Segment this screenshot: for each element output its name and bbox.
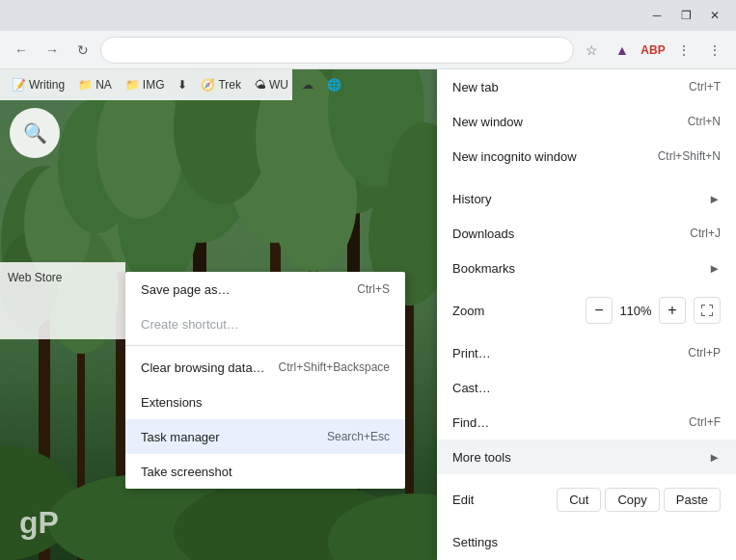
settings-item[interactable]: Settings bbox=[437, 524, 736, 559]
bookmarks-item[interactable]: Bookmarks ► bbox=[437, 251, 736, 285]
close-button[interactable]: ✕ bbox=[701, 2, 728, 29]
bookmark-writing[interactable]: 📝 Writing bbox=[8, 76, 68, 93]
new-window-item[interactable]: New window Ctrl+N bbox=[437, 104, 736, 139]
copy-button[interactable]: Copy bbox=[605, 488, 659, 512]
clear-browsing-item[interactable]: Clear browsing data… Ctrl+Shift+Backspac… bbox=[125, 350, 405, 385]
forward-button[interactable]: → bbox=[39, 37, 66, 64]
extension-icon-1[interactable]: ABP bbox=[640, 37, 667, 64]
download-icon: ⬇ bbox=[177, 78, 187, 92]
extensions-menu-icon[interactable]: ⋮ bbox=[670, 37, 697, 64]
zoom-value: 110% bbox=[613, 304, 659, 318]
find-item[interactable]: Find… Ctrl+F bbox=[437, 405, 736, 440]
bookmark-na[interactable]: 📁 NA bbox=[74, 76, 116, 93]
bookmark-img[interactable]: 📁 IMG bbox=[122, 76, 169, 93]
new-incognito-item[interactable]: New incognito window Ctrl+Shift+N bbox=[437, 139, 736, 173]
pocket-icon[interactable]: ▲ bbox=[609, 37, 636, 64]
task-manager-item[interactable]: Task manager Search+Esc bbox=[125, 419, 405, 454]
history-item[interactable]: History ► bbox=[437, 181, 736, 216]
cast-item[interactable]: Cast… bbox=[437, 370, 736, 405]
submenu-divider-1 bbox=[125, 345, 405, 346]
history-arrow-icon: ► bbox=[708, 192, 721, 206]
downloads-item[interactable]: Downloads Ctrl+J bbox=[437, 216, 736, 251]
cloud-icon: ☁ bbox=[302, 78, 313, 92]
bookmarks-bar: 📝 Writing 📁 NA 📁 IMG ⬇ 🧭 Trek 🌤 WU ☁ 🌐 bbox=[0, 69, 292, 100]
back-button[interactable]: ← bbox=[8, 37, 35, 64]
bookmark-wu[interactable]: 🌤 WU bbox=[251, 76, 292, 93]
take-screenshot-item[interactable]: Take screenshot bbox=[125, 454, 405, 489]
restore-button[interactable]: ❐ bbox=[672, 2, 699, 29]
gp-logo: gP bbox=[19, 505, 59, 541]
bookmark-trek[interactable]: 🧭 Trek bbox=[197, 76, 245, 93]
folder-icon-na: 📁 bbox=[78, 78, 93, 92]
refresh-button[interactable]: ↻ bbox=[69, 37, 96, 64]
create-shortcut-item[interactable]: Create shortcut… bbox=[125, 307, 405, 341]
browser-toolbar: ← → ↻ ☆ ▲ ABP ⋮ ⋮ bbox=[0, 31, 736, 69]
bookmark-cloud[interactable]: ☁ bbox=[298, 76, 317, 93]
browser-content: 📝 Writing 📁 NA 📁 IMG ⬇ 🧭 Trek 🌤 WU ☁ 🌐 bbox=[0, 69, 736, 560]
zoom-decrease-button[interactable]: − bbox=[586, 297, 613, 324]
save-page-item[interactable]: Save page as… Ctrl+S bbox=[125, 272, 405, 307]
web-store[interactable]: Web Store bbox=[0, 262, 125, 339]
chrome-menu: New tab Ctrl+T New window Ctrl+N New inc… bbox=[437, 69, 736, 560]
print-item[interactable]: Print… Ctrl+P bbox=[437, 335, 736, 370]
more-tools-item[interactable]: More tools ► bbox=[437, 440, 736, 474]
wu-icon: 🌤 bbox=[255, 78, 266, 92]
edit-row: Edit Cut Copy Paste bbox=[437, 482, 736, 517]
trek-icon: 🧭 bbox=[201, 78, 215, 92]
bookmarks-arrow-icon: ► bbox=[708, 261, 721, 276]
minimize-button[interactable]: ─ bbox=[643, 2, 670, 29]
web-store-label: Web Store bbox=[8, 271, 62, 284]
chrome-menu-icon[interactable]: ⋮ bbox=[701, 37, 728, 64]
paste-button[interactable]: Paste bbox=[664, 488, 721, 512]
fullscreen-button[interactable] bbox=[694, 297, 721, 324]
zoom-row: Zoom − 110% + bbox=[437, 293, 736, 328]
more-tools-arrow-icon: ► bbox=[708, 450, 721, 465]
zoom-increase-button[interactable]: + bbox=[659, 297, 686, 324]
cut-button[interactable]: Cut bbox=[557, 488, 601, 512]
writing-icon: 📝 bbox=[12, 78, 26, 92]
title-bar: ─ ❐ ✕ bbox=[0, 0, 736, 31]
omnibox[interactable] bbox=[100, 37, 574, 64]
search-icon: 🔍 bbox=[23, 121, 47, 145]
star-icon[interactable]: ☆ bbox=[578, 37, 605, 64]
folder-icon-img: 📁 bbox=[125, 78, 140, 92]
globe-icon: 🌐 bbox=[327, 78, 341, 92]
more-tools-submenu: Save page as… Ctrl+S Create shortcut… Cl… bbox=[125, 272, 405, 489]
extensions-item[interactable]: Extensions bbox=[125, 385, 405, 419]
fullscreen-icon bbox=[700, 304, 714, 317]
bookmark-globe[interactable]: 🌐 bbox=[323, 76, 345, 93]
bookmark-download[interactable]: ⬇ bbox=[174, 76, 191, 93]
new-tab-item[interactable]: New tab Ctrl+T bbox=[437, 69, 736, 104]
search-widget[interactable]: 🔍 bbox=[10, 108, 60, 158]
